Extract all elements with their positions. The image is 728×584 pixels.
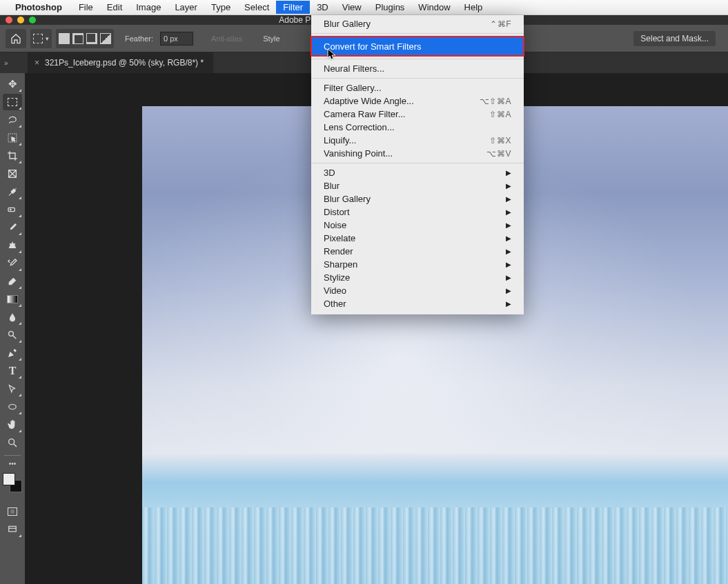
add-selection-icon[interactable]	[72, 33, 83, 44]
submenu-stylize[interactable]: Stylize▶	[311, 271, 524, 284]
panel-toggle-icon[interactable]: »	[4, 59, 8, 67]
ellipse-tool[interactable]	[3, 399, 22, 415]
select-and-mask-button[interactable]: Select and Mask...	[633, 31, 716, 46]
macos-menubar: Photoshop File Edit Image Layer Type Sel…	[0, 0, 728, 15]
path-select-tool[interactable]	[3, 381, 22, 397]
eyedropper-tool[interactable]	[3, 183, 22, 200]
menu-item-vanishing-point[interactable]: Vanishing Point...⌥⌘V	[311, 147, 524, 160]
brush-tool[interactable]	[3, 219, 22, 236]
zoom-tool[interactable]	[3, 434, 22, 451]
history-brush-tool[interactable]	[3, 255, 22, 272]
gradient-tool[interactable]	[3, 291, 22, 308]
marquee-mode-selector[interactable]: ▾	[30, 29, 52, 48]
color-swatches[interactable]	[3, 473, 22, 492]
submenu-other[interactable]: Other▶	[311, 297, 524, 310]
filter-menu-dropdown: Blur Gallery⌃⌘F Convert for Smart Filter…	[311, 15, 524, 314]
submenu-3d[interactable]: 3D▶	[311, 166, 524, 179]
clone-stamp-tool[interactable]	[3, 237, 22, 254]
quick-mask-toggle[interactable]	[3, 503, 22, 520]
healing-brush-tool[interactable]	[3, 201, 22, 218]
subtract-selection-icon[interactable]	[86, 33, 97, 44]
menu-item-liquify[interactable]: Liquify...⇧⌘X	[311, 134, 524, 147]
submenu-video[interactable]: Video▶	[311, 284, 524, 297]
menu-window[interactable]: Window	[411, 1, 457, 14]
menu-item-convert-smart-filters[interactable]: Convert for Smart Filters	[311, 37, 524, 56]
submenu-sharpen[interactable]: Sharpen▶	[311, 258, 524, 271]
svg-rect-6	[9, 526, 17, 532]
intersect-selection-icon[interactable]	[100, 33, 111, 44]
menu-layer[interactable]: Layer	[168, 1, 204, 14]
lasso-tool[interactable]	[3, 112, 22, 128]
submenu-blur[interactable]: Blur▶	[311, 179, 524, 192]
document-tab-title: 321Ps_Iceberg.psd @ 50% (sky, RGB/8*) *	[45, 58, 204, 68]
menu-item-neural-filters[interactable]: Neural Filters...	[311, 62, 524, 75]
cursor-icon	[327, 48, 337, 63]
object-select-tool[interactable]	[3, 130, 22, 146]
submenu-distort[interactable]: Distort▶	[311, 205, 524, 219]
feather-label: Feather:	[125, 34, 153, 43]
marquee-tool[interactable]	[3, 94, 22, 110]
svg-point-3	[9, 332, 14, 336]
canvas-image-ice	[142, 507, 728, 584]
window-maximize-button[interactable]	[29, 17, 36, 23]
submenu-render[interactable]: Render▶	[311, 245, 524, 258]
menu-image[interactable]: Image	[129, 1, 168, 14]
window-minimize-button[interactable]	[17, 17, 24, 23]
close-tab-icon[interactable]: ×	[35, 58, 39, 68]
toolbar: ✥ T •••	[0, 73, 25, 584]
window-close-button[interactable]	[6, 17, 12, 23]
menu-item-last-filter[interactable]: Blur Gallery⌃⌘F	[311, 17, 524, 30]
svg-point-4	[9, 405, 17, 410]
menu-view[interactable]: View	[335, 1, 368, 14]
menu-item-camera-raw[interactable]: Camera Raw Filter...⇧⌘A	[311, 108, 524, 121]
new-selection-icon[interactable]	[59, 33, 70, 44]
style-label: Style	[263, 34, 279, 43]
dodge-tool[interactable]	[3, 327, 22, 343]
app-name[interactable]: Photoshop	[15, 2, 62, 12]
antialias-label: Anti-alias	[211, 34, 242, 43]
screen-mode-toggle[interactable]	[3, 521, 22, 538]
svg-point-5	[9, 439, 14, 445]
menu-item-filter-gallery[interactable]: Filter Gallery...	[311, 81, 524, 94]
menu-help[interactable]: Help	[458, 1, 490, 14]
submenu-blur-gallery[interactable]: Blur Gallery▶	[311, 192, 524, 205]
hand-tool[interactable]	[3, 416, 22, 433]
menu-item-adaptive-wide-angle[interactable]: Adaptive Wide Angle...⌥⇧⌘A	[311, 94, 524, 108]
selection-boolean-group	[56, 29, 114, 48]
move-tool[interactable]: ✥	[3, 76, 22, 92]
submenu-noise[interactable]: Noise▶	[311, 219, 524, 232]
crop-tool[interactable]	[3, 148, 22, 164]
feather-input[interactable]	[160, 32, 193, 46]
blur-tool[interactable]	[3, 309, 22, 325]
type-tool[interactable]: T	[3, 363, 22, 379]
menu-edit[interactable]: Edit	[100, 1, 129, 14]
frame-tool[interactable]	[3, 165, 22, 182]
menu-type[interactable]: Type	[204, 1, 237, 14]
submenu-pixelate[interactable]: Pixelate▶	[311, 232, 524, 245]
menu-item-lens-correction[interactable]: Lens Correction...	[311, 121, 524, 134]
menu-3d[interactable]: 3D	[310, 1, 335, 14]
home-button[interactable]	[6, 29, 26, 48]
menu-filter[interactable]: Filter	[276, 1, 310, 14]
menu-select[interactable]: Select	[237, 1, 276, 14]
pen-tool[interactable]	[3, 345, 22, 361]
menu-plugins[interactable]: Plugins	[368, 1, 412, 14]
eraser-tool[interactable]	[3, 273, 22, 290]
document-tab[interactable]: × 321Ps_Iceberg.psd @ 50% (sky, RGB/8*) …	[28, 52, 213, 73]
menu-file[interactable]: File	[72, 1, 100, 14]
